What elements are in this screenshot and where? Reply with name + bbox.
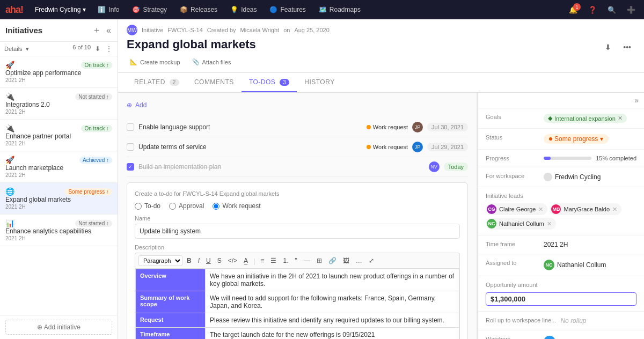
ideas-icon: 💡 [230, 6, 238, 13]
description-row: Description Paragraph B I U S </> A̲ | [135, 244, 460, 339]
tab-todos[interactable]: TO-DOS 3 [241, 73, 297, 92]
paragraph-select[interactable]: Paragraph [138, 255, 182, 266]
workspace-section: For workspace Fredwin Cycling [478, 167, 644, 187]
nav-tab-info[interactable]: ℹ️ Info [92, 4, 125, 16]
workspace-icon [544, 173, 552, 181]
claire-remove-button[interactable]: ✕ [538, 206, 543, 213]
goal-icon: ◆ [548, 115, 552, 122]
radio-todo-input[interactable] [135, 203, 142, 210]
code-button[interactable]: </> [226, 256, 239, 266]
radio-approval-input[interactable] [169, 203, 176, 210]
search-button[interactable]: 🔍 [604, 2, 619, 17]
tab-comments[interactable]: COMMENTS [187, 73, 241, 92]
initiative-id: FWCYL-S-14 [167, 27, 202, 33]
lead-chip-claire: CG Claire George ✕ [486, 203, 547, 215]
description-editor[interactable]: Overview We have an initiative in the 2H… [135, 268, 460, 339]
name-input[interactable] [135, 224, 460, 239]
sidebar-item-partner[interactable]: On track ↑ 🔌 Enhance partner portal 2021… [0, 120, 118, 151]
releases-icon: 📦 [180, 6, 188, 13]
assigned-avatar: NC [544, 260, 554, 270]
download-button[interactable]: ⬇ [94, 44, 101, 54]
radio-work-request[interactable]: Work request [213, 202, 260, 210]
more-options-button[interactable]: ••• [619, 41, 635, 54]
radio-todo[interactable]: To-do [135, 202, 160, 210]
strategy-icon: 🎯 [132, 6, 140, 13]
todo-avatar-2: NV [429, 161, 440, 172]
sidebar-item-analytics[interactable]: Not started ↑ 📊 Enhance analytics capabi… [0, 215, 118, 246]
item-badge-on-track: On track ↑ [81, 62, 112, 69]
status-badge[interactable]: Some progress ▾ [544, 134, 609, 144]
radio-work-request-input[interactable] [213, 203, 219, 210]
more-toolbar-button[interactable]: … [354, 256, 364, 266]
add-button[interactable]: ➕ [624, 2, 639, 17]
progress-row: Progress 15% completed [486, 155, 636, 161]
todo-item-0: Enable language support Work request JP … [127, 117, 468, 137]
image-button[interactable]: 🖼 [341, 256, 352, 266]
export-button[interactable]: ⬇ [601, 41, 616, 54]
initiative-type-label: Initiative [142, 27, 163, 33]
leads-label: Initiative leads [486, 193, 539, 199]
filter-chevron-icon: ▾ [26, 46, 29, 53]
sidebar-item-marketplace[interactable]: Achieved ↑ 🚀 Launch marketplace 2021 2H [0, 151, 118, 183]
sidebar-item-expand[interactable]: Some progress ↑ 🌐 Expand global markets … [0, 183, 118, 215]
nav-tab-strategy[interactable]: 🎯 Strategy [127, 4, 172, 16]
progress-bar-group: 15% completed [544, 155, 636, 161]
add-initiative-icon-button[interactable]: ＋ [91, 24, 102, 37]
create-mockup-button[interactable]: 📐 Create mockup [127, 57, 184, 67]
link-button[interactable]: 🔗 [326, 256, 339, 266]
todo-checkbox-0[interactable] [127, 123, 134, 131]
desc-row-scope: Summary of work scope We will need to ad… [136, 291, 459, 313]
add-initiative-button[interactable]: ⊕ Add initiative [5, 320, 112, 335]
attach-files-button[interactable]: 📎 Attach files [189, 57, 235, 67]
todo-checkbox-1[interactable] [127, 143, 134, 151]
table-button[interactable]: ⊞ [314, 256, 324, 266]
watchers-label: Watchers [486, 336, 539, 339]
assigned-row: Assigned to NC Nathaniel Collum [486, 260, 636, 270]
features-icon: 🔵 [269, 6, 277, 13]
item-time-expand: 2021 2H [5, 204, 112, 210]
status-value: Some progress [554, 135, 598, 143]
nav-tab-roadmaps[interactable]: 🗺️ Roadmaps [313, 4, 366, 16]
sidebar-item-optimize[interactable]: On track ↑ 🚀 Optimize app performance 20… [0, 56, 118, 88]
nav-tab-ideas[interactable]: 💡 Ideas [225, 4, 262, 16]
expand-editor-button[interactable]: ⤢ [367, 256, 376, 266]
goals-value-wrap: ◆ International expansion ✕ [544, 114, 627, 123]
italic-button[interactable]: I [196, 256, 202, 266]
filter-options-button[interactable]: ⋮ [105, 44, 113, 54]
todo-checkbox-2[interactable]: ✓ [127, 163, 134, 171]
bullets-button[interactable]: ☰ [268, 256, 279, 266]
rollup-value: No rollup [560, 317, 586, 325]
collapse-sidebar-button[interactable]: « [105, 25, 112, 36]
help-button[interactable]: ❓ [585, 2, 600, 17]
marygrace-remove-button[interactable]: ✕ [612, 206, 617, 213]
bold-button[interactable]: B [185, 256, 194, 266]
opportunity-input[interactable] [486, 292, 636, 306]
underline-button[interactable]: U [204, 256, 213, 266]
type-dot-icon-1 [367, 145, 371, 149]
align-button[interactable]: ≡ [258, 256, 266, 266]
radio-approval[interactable]: Approval [169, 202, 204, 210]
item-name-expand: Expand global markets [5, 196, 112, 203]
hr-button[interactable]: — [302, 256, 312, 266]
collapse-panel-button[interactable]: » [634, 96, 639, 105]
tab-related[interactable]: RELATED 2 [127, 73, 187, 92]
nathaniel-remove-button[interactable]: ✕ [547, 220, 552, 227]
assigned-value: Nathaniel Collum [557, 261, 606, 269]
assigned-section: Assigned to NC Nathaniel Collum [478, 254, 644, 276]
nav-user-selector[interactable]: Fredwin Cycling ▾ [31, 4, 90, 16]
tab-history[interactable]: HISTORY [297, 73, 342, 92]
nav-user-chevron: ▾ [83, 6, 86, 13]
app-logo: aha! [5, 4, 23, 16]
nav-tab-features[interactable]: 🔵 Features [264, 4, 311, 16]
quote-button[interactable]: " [292, 256, 299, 266]
goal-remove-button[interactable]: ✕ [618, 115, 623, 122]
attachment-icon: 📎 [192, 58, 200, 65]
tab-bar: RELATED 2 COMMENTS TO-DOS 3 HISTORY [118, 73, 644, 93]
sidebar-item-integrations[interactable]: Not started ↑ 🔌 Integrations 2.0 2021 2H [0, 88, 118, 120]
color-button[interactable]: A̲ [241, 256, 250, 266]
add-todo-button[interactable]: ⊕ Add [127, 101, 468, 109]
item-time-partner: 2021 2H [5, 141, 112, 146]
strikethrough-button[interactable]: S [215, 256, 224, 266]
nav-tab-releases[interactable]: 📦 Releases [174, 4, 223, 16]
numbers-button[interactable]: 1. [281, 256, 290, 266]
